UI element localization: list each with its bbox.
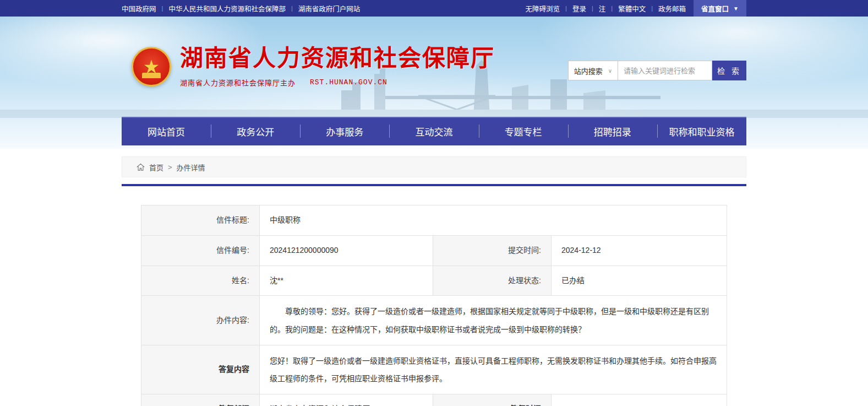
letter-detail-table: 信件标题: 中级职称 信件编号: 2024121200000090 提交时间: …: [141, 205, 727, 406]
link-mohrss[interactable]: 中华人民共和国人力资源和社会保障部: [168, 3, 286, 14]
link-gov-cn[interactable]: 中国政府网: [122, 3, 156, 14]
status-value: 已办结: [552, 266, 727, 296]
province-window-dropdown[interactable]: 省直窗口 ▼: [694, 0, 746, 17]
submit-time-value: 2024-12-12: [552, 235, 727, 266]
link-accessibility[interactable]: 无障碍浏览: [526, 3, 560, 14]
site-title-block: 湖南省人力资源和社会保障厅 湖南省人力资源和社会保障厅主办 RST.HUNAN.…: [180, 46, 495, 87]
reply-label: 答复内容: [141, 345, 260, 394]
nav-item-home[interactable]: 网站首页: [122, 117, 211, 145]
breadcrumb-current: 办件详情: [177, 162, 205, 172]
national-emblem-logo: ★: [132, 47, 171, 86]
reply-time-value: 2024-12-18: [552, 394, 727, 406]
reply-time-label: 答复时间: [433, 394, 552, 406]
reply-dept-value: 湖南省人力资源和社会保障厅: [260, 394, 433, 406]
nav-item-recruitment[interactable]: 招聘招录: [568, 117, 657, 145]
search-button[interactable]: 检 索: [712, 61, 746, 80]
header-banner: ★ 湖南省人力资源和社会保障厅 湖南省人力资源和社会保障厅主办 RST.HUNA…: [0, 17, 868, 149]
letter-number-value: 2024121200000090: [260, 235, 433, 266]
site-title: 湖南省人力资源和社会保障厅: [180, 46, 495, 71]
link-hunan-gov[interactable]: 湖南省政府门户网站: [298, 3, 361, 14]
chevron-down-icon: ∨: [608, 68, 612, 74]
nav-item-interaction[interactable]: 互动交流: [389, 117, 478, 145]
divider: |: [611, 5, 613, 12]
table-row-reply-dept: 答复部门 湖南省人力资源和社会保障厅 答复时间 2024-12-18: [141, 394, 727, 406]
site-search: 站内搜索 ∨ 检 索: [568, 61, 746, 80]
topbar-right-links: 无障碍浏览 | 登录 | 注 | 繁體中文 | 政务邮箱 省直窗口 ▼: [526, 0, 746, 17]
search-scope-label: 站内搜索: [574, 66, 603, 76]
content-label: 办件内容:: [141, 296, 260, 345]
content-value: 尊敬的领导：您好。获得了一级造价或者一级建造师，根据国家相关规定就等同于中级职称…: [260, 296, 727, 345]
nav-item-gov-affairs[interactable]: 政务公开: [211, 117, 300, 145]
reply-dept-label: 答复部门: [141, 394, 260, 406]
gate-icon: [142, 73, 161, 78]
divider: |: [162, 5, 163, 12]
table-row-reply: 答复内容 您好！取得了一级造价或者一级建造师职业资格证书，直接认可具备工程师职称…: [141, 345, 727, 394]
link-traditional-chinese[interactable]: 繁體中文: [618, 3, 646, 14]
topbar-left-links: 中国政府网 | 中华人民共和国人力资源和社会保障部 | 湖南省政府门户网站: [122, 0, 360, 17]
link-register[interactable]: 注: [599, 3, 606, 14]
search-input[interactable]: [618, 61, 712, 80]
search-scope-select[interactable]: 站内搜索 ∨: [568, 61, 618, 80]
status-label: 处理状态:: [433, 266, 552, 296]
reply-value: 您好！取得了一级造价或者一级建造师职业资格证书，直接认可具备工程师职称，无需换发…: [260, 345, 727, 394]
site-subtitle: 湖南省人力资源和社会保障厅主办: [180, 77, 296, 88]
submit-time-label: 提交时间:: [433, 235, 552, 266]
topbar: 中国政府网 | 中华人民共和国人力资源和社会保障部 | 湖南省政府门户网站 无障…: [0, 0, 868, 17]
site-url: RST.HUNAN.GOV.CN: [310, 78, 387, 86]
letter-number-label: 信件编号:: [141, 235, 260, 266]
table-row-content: 办件内容: 尊敬的领导：您好。获得了一级造价或者一级建造师，根据国家相关规定就等…: [141, 296, 727, 345]
letter-title-label: 信件标题:: [141, 205, 260, 236]
letter-title-value: 中级职称: [260, 205, 727, 236]
divider: |: [592, 5, 593, 12]
divider: |: [291, 5, 293, 12]
province-window-label: 省直窗口: [701, 3, 729, 14]
divider: |: [565, 5, 567, 12]
divider: |: [651, 5, 653, 12]
nav-item-special-topics[interactable]: 专题专栏: [479, 117, 568, 145]
breadcrumb-separator: >: [168, 163, 172, 171]
home-icon[interactable]: [137, 163, 145, 171]
table-row-name: 姓名: 沈** 处理状态: 已办结: [141, 266, 727, 296]
breadcrumb-home-link[interactable]: 首页: [149, 162, 163, 172]
chevron-down-icon: ▼: [733, 6, 739, 12]
letter-detail-card: 信件标题: 中级职称 信件编号: 2024121200000090 提交时间: …: [122, 186, 746, 406]
breadcrumb: 首页 > 办件详情: [122, 156, 746, 177]
table-row-number: 信件编号: 2024121200000090 提交时间: 2024-12-12: [141, 235, 727, 266]
link-gov-mail[interactable]: 政务邮箱: [658, 3, 686, 14]
nav-item-professional-titles[interactable]: 职称和职业资格: [657, 117, 746, 145]
name-label: 姓名:: [141, 266, 260, 296]
name-value: 沈**: [260, 266, 433, 296]
nav-item-services[interactable]: 办事服务: [300, 117, 389, 145]
main-nav: 网站首页 政务公开 办事服务 互动交流 专题专栏 招聘招录 职称和职业资格: [122, 117, 746, 145]
table-row-title: 信件标题: 中级职称: [141, 205, 727, 236]
link-login[interactable]: 登录: [572, 3, 586, 14]
